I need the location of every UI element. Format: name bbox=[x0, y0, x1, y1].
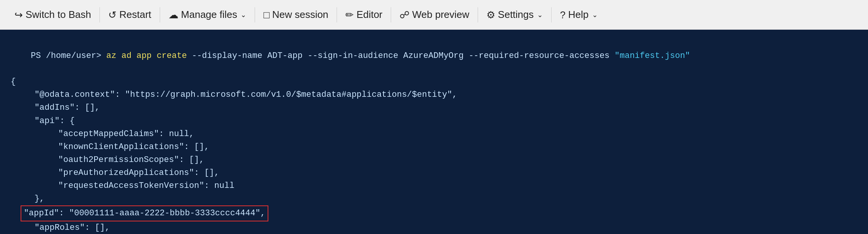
manage-files-button[interactable]: ☁ Manage files ⌄ bbox=[162, 6, 253, 24]
help-chevron: ⌄ bbox=[592, 11, 598, 19]
json-approles: "appRoles": [], bbox=[11, 221, 857, 234]
restart-label: Restart bbox=[119, 9, 151, 21]
cmd-file: "manifest.json" bbox=[614, 51, 690, 61]
web-preview-icon: ☍ bbox=[400, 10, 409, 20]
toolbar: ↪ Switch to Bash ↺ Restart ☁ Manage file… bbox=[0, 0, 868, 30]
json-oauth2: "oauth2PermissionScopes": [], bbox=[11, 154, 857, 167]
settings-label: Settings bbox=[498, 9, 534, 21]
prompt: PS /home/user> bbox=[31, 51, 106, 61]
web-preview-label: Web preview bbox=[412, 9, 469, 21]
json-api-open: "api": { bbox=[11, 115, 857, 128]
web-preview-button[interactable]: ☍ Web preview bbox=[393, 6, 476, 24]
new-session-label: New session bbox=[272, 9, 328, 21]
json-appid-line: "appId": "00001111-aaaa-2222-bbbb-3333cc… bbox=[11, 205, 857, 221]
help-icon: ? bbox=[560, 10, 565, 20]
json-knownclientapps: "knownClientApplications": [], bbox=[11, 141, 857, 154]
restart-button[interactable]: ↺ Restart bbox=[101, 6, 158, 24]
separator-5 bbox=[391, 7, 391, 22]
new-session-button[interactable]: □ New session bbox=[257, 6, 335, 24]
command-line: PS /home/user> az ad app create --displa… bbox=[11, 37, 857, 75]
json-api-close: }, bbox=[11, 192, 857, 205]
json-tokenversion: "requestedAccessTokenVersion": null bbox=[11, 180, 857, 192]
switch-icon: ↪ bbox=[14, 10, 23, 20]
editor-label: Editor bbox=[356, 9, 382, 21]
appid-highlighted: "appId": "00001111-aaaa-2222-bbbb-3333cc… bbox=[21, 205, 268, 221]
separator-4 bbox=[337, 7, 337, 22]
settings-chevron: ⌄ bbox=[537, 11, 543, 19]
switch-to-bash-button[interactable]: ↪ Switch to Bash bbox=[8, 6, 98, 24]
separator-3 bbox=[255, 7, 255, 22]
json-preauthed: "preAuthorizedApplications": [], bbox=[11, 167, 857, 180]
terminal: PS /home/user> az ad app create --displa… bbox=[0, 30, 868, 234]
switch-to-bash-label: Switch to Bash bbox=[26, 9, 91, 21]
editor-button[interactable]: ✏ Editor bbox=[339, 6, 389, 24]
json-open-brace: { bbox=[11, 75, 857, 88]
separator-7 bbox=[551, 7, 552, 22]
manage-files-icon: ☁ bbox=[168, 10, 178, 20]
help-button[interactable]: ? Help ⌄ bbox=[553, 6, 605, 24]
cmd-args: --display-name ADT-app --sign-in-audienc… bbox=[192, 51, 614, 61]
editor-icon: ✏ bbox=[345, 10, 354, 20]
json-addins: "addIns": [], bbox=[11, 101, 857, 114]
settings-button[interactable]: ⚙ Settings ⌄ bbox=[480, 6, 550, 24]
settings-icon: ⚙ bbox=[486, 10, 495, 20]
new-session-icon: □ bbox=[263, 10, 270, 20]
cmd-az: az ad app create bbox=[106, 51, 192, 61]
separator-1 bbox=[99, 7, 100, 22]
json-odata-context: "@odata.context": "https://graph.microso… bbox=[11, 88, 857, 101]
separator-6 bbox=[478, 7, 478, 22]
manage-files-label: Manage files bbox=[181, 9, 237, 21]
json-acceptmappedclaims: "acceptMappedClaims": null, bbox=[11, 128, 857, 141]
restart-icon: ↺ bbox=[108, 10, 117, 20]
help-label: Help bbox=[568, 9, 589, 21]
manage-files-chevron: ⌄ bbox=[241, 11, 246, 19]
separator-2 bbox=[160, 7, 160, 22]
